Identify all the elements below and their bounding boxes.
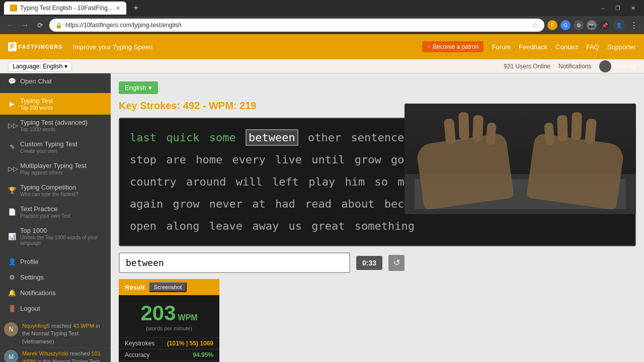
word-home: home [196,153,222,166]
new-tab-button[interactable]: + [129,2,143,15]
word-left: left [272,175,299,188]
feedback-link[interactable]: Feedback [519,43,547,51]
username-display[interactable]: Shazzy [614,62,636,70]
extension-icon-3[interactable]: ⚙ [574,20,584,30]
sub-nav-right: 921 Users Online Notifications Shazzy [504,60,636,72]
forward-icon: ▷▷ [8,122,16,129]
word-great: great [311,220,345,232]
nav-tagline: Improve your Typing Speed [73,43,153,51]
browser-menu-button[interactable]: ⋮ [628,20,640,31]
keyboard-video [405,104,636,214]
sidebar-item-typing-competition[interactable]: 🏆 Typing Competition Who can type the fa… [0,179,111,201]
dropdown-arrow-icon: ▾ [64,63,67,70]
sidebar-item-typing-test[interactable]: ▶ Typing Test Top 200 words [0,93,111,115]
word-so: so [374,175,388,188]
open-chat-button[interactable]: 💬 Open Chat [0,73,111,89]
restore-button[interactable]: ❐ [611,4,625,13]
sidebar-item-sub: Top 200 words [20,105,53,111]
nav-right: ♥ Become a patron Forum Feedback Contact… [422,41,636,52]
bookmark-icon[interactable]: ☆ [532,21,538,29]
word-around: around [186,175,226,188]
word-at: at [252,198,266,210]
user-profile-icon[interactable]: 👤 [613,19,625,31]
extension-icon-1[interactable]: F [547,20,557,30]
language-button[interactable]: English ▾ [119,81,158,94]
minimize-button[interactable]: – [596,4,610,13]
screenshot-button[interactable]: Screenshot [149,282,187,292]
bottom-row: Result Screenshot 203 WPM (words per min… [119,279,636,362]
word-had: had [275,198,295,210]
timer-display: 0:33 [356,256,382,270]
chat-icon: 💬 [8,77,16,85]
language-label: Language: English [13,63,62,70]
gear-icon: ⚙ [8,274,16,281]
browser-tab[interactable]: Typing Test English - 10FastFing... ✕ [4,2,126,15]
word-play: play [308,175,335,188]
extension-icon-4[interactable]: 📷 [587,20,597,30]
sidebar-item-profile[interactable]: 👤 Profile [0,254,111,269]
tab-close-button[interactable]: ✕ [116,5,120,12]
close-button[interactable]: ✕ [626,4,640,13]
sidebar-item-typing-test-advanced[interactable]: ▷▷ Typing Test (advanced) Top 1000 words [0,115,111,136]
result-rows: Keystrokes(101% | 55) 1069Accuracy94.95%… [119,337,219,362]
forward-button[interactable]: → [19,19,31,31]
play-icon: ▶ [8,100,16,108]
back-button[interactable]: ← [4,19,16,31]
sidebar-item-label: Typing Test (advanced) [20,119,88,126]
word-current: between [246,129,298,146]
document-icon: 📄 [8,208,16,216]
restart-button[interactable]: ↺ [388,255,405,271]
sidebar-item-multiplayer-typing-test[interactable]: ▷▷ Multiplayer Typing Test Play against … [0,158,111,179]
word-grow: grow [173,198,199,210]
sidebar-item-settings[interactable]: ⚙ Settings [0,269,111,285]
sidebar-item-logout[interactable]: 🚪 Logout [0,301,111,316]
logout-icon: 🚪 [8,305,16,312]
window-controls: – ❐ ✕ [596,4,640,13]
sidebar-item-text-practice[interactable]: 📄 Text Practice Practice your own Text [0,201,111,223]
word-every: every [232,153,265,166]
sidebar-item-sub: Who can type the fastest? [20,192,78,197]
main-content: English ▾ Key Strokes: 492 - WPM: 219 la… [111,73,644,362]
sidebar-item-sub: Play against others [20,170,87,175]
activity-text-2: Marek Wituszyński reached 101 WPM in the… [22,350,107,362]
sidebar-item-label: Typing Competition [20,184,78,191]
faq-link[interactable]: FAQ [586,43,599,51]
forum-link[interactable]: Forum [492,43,511,51]
url-display: https://10fastfingers.com/typing-test/en… [65,22,529,29]
sidebar-item-label: Text Practice [20,205,70,213]
notifications-button[interactable]: Notifications [558,63,591,70]
wpm-label: WPM [178,313,197,322]
contact-link[interactable]: Contact [555,43,578,51]
input-row: 0:33 ↺ [119,252,636,273]
sidebar-item-custom-typing-test[interactable]: ✎ Custom Typing Test Create your own [0,136,111,158]
sidebar-item-top-1000[interactable]: 📊 Top 1000 Unlock the Top 1000 words of … [0,223,111,250]
address-bar[interactable]: 🔒 https://10fastfingers.com/typing-test/… [49,19,544,32]
lang-arrow-icon: ▾ [148,84,152,92]
language-selector[interactable]: Language: English ▾ [8,61,72,71]
word-him: him [345,175,365,188]
wpm-number: 203 [140,301,176,325]
browser-frame: Typing Test English - 10FastFing... ✕ + … [0,0,644,34]
app-container: F FASTFINGERS Improve your Typing Speed … [0,34,644,362]
reload-button[interactable]: ⟳ [34,19,46,31]
site-logo[interactable]: F FASTFINGERS [8,42,63,51]
profile-icon: 👤 [8,258,16,265]
supporter-link[interactable]: Supporter [607,43,636,51]
sidebar-item-sub: Practice your own Text [20,213,70,219]
multiplayer-icon: ▷▷ [8,165,16,172]
word-about: about [341,198,374,210]
activity-text-1: NquyHIng5 reached 43 WPM in the Normal T… [22,322,107,345]
extension-icon-2[interactable]: G [560,20,571,30]
tab-title: Typing Test English - 10FastFing... [20,5,113,12]
activity-avatar-2: M [4,350,18,362]
user-info: Shazzy [599,60,636,72]
result-wpm-display: 203 WPM (words per minute) [119,295,219,337]
sidebar-item-sub: Top 1000 words [20,127,88,132]
top-navigation: F FASTFINGERS Improve your Typing Speed … [0,34,644,59]
become-patron-button[interactable]: ♥ Become a patron [422,41,484,52]
sidebar-item-notifications[interactable]: 🔔 Notifications [0,285,111,301]
word-some: some [209,131,236,144]
extension-icon-5[interactable]: 📌 [600,20,610,30]
typing-input[interactable] [119,252,350,273]
wpm-sub: (words per minute) [125,325,213,331]
